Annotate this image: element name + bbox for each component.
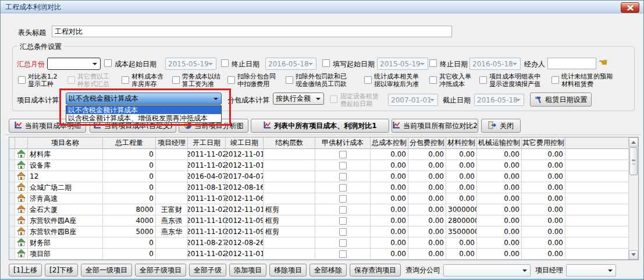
- supplied-material-cell[interactable]: [315, 204, 371, 215]
- agent-input[interactable]: [547, 58, 596, 69]
- fill-start-date[interactable]: 2015-05-19: [377, 58, 428, 70]
- footer-button-1[interactable]: [1]上移: [9, 264, 42, 277]
- column-header-1[interactable]: 项目名称: [28, 137, 103, 149]
- manager-select[interactable]: [566, 264, 616, 277]
- column-header-5[interactable]: 竣工日期: [226, 137, 264, 149]
- dropdown-option-2[interactable]: 以含税金额计算成本、增值税发票再冲抵成本: [66, 114, 221, 122]
- deadline-date[interactable]: 2016-05-18: [474, 94, 524, 106]
- checkbox[interactable]: [429, 76, 437, 84]
- summary-option-4[interactable]: 劳务成本以结算工资为准: [172, 73, 220, 88]
- checkbox[interactable]: [339, 217, 347, 225]
- supplied-material-cell[interactable]: [315, 160, 371, 171]
- column-header-8[interactable]: 总成本控制: [371, 137, 408, 149]
- header-title-input[interactable]: [52, 26, 452, 37]
- footer-button-6[interactable]: 添加项目: [229, 264, 266, 277]
- lease-date-settings-button[interactable]: 租赁日期设置: [530, 93, 592, 107]
- end-date2-checkbox[interactable]: [429, 59, 437, 67]
- fill-start-checkbox[interactable]: [322, 59, 330, 67]
- checkbox[interactable]: [286, 76, 293, 84]
- summary-option-1[interactable]: 对比表1,2显示工种: [18, 73, 58, 88]
- fixed-lease-checkbox[interactable]: [330, 95, 337, 103]
- footer-button-8[interactable]: 全部移除: [309, 264, 347, 277]
- footer-button-3[interactable]: 全部一级项目: [81, 264, 132, 277]
- supplied-material-cell[interactable]: [315, 193, 371, 204]
- cost-start-date[interactable]: 2015-05-19: [165, 58, 216, 70]
- summary-option-9[interactable]: 项目成本明细表中显示进度填报产值: [479, 73, 540, 88]
- fixed-lease-start-date[interactable]: 2007-01-01: [388, 94, 438, 106]
- column-header-12[interactable]: 其它费用控制: [522, 137, 565, 149]
- column-header-7[interactable]: 甲供材计成本: [315, 137, 371, 149]
- supplied-material-cell[interactable]: [315, 182, 371, 193]
- supplied-material-cell[interactable]: [315, 215, 371, 226]
- scroll-thumb[interactable]: [629, 147, 638, 175]
- footer-button-5[interactable]: 全部子级: [189, 264, 226, 277]
- checkbox[interactable]: [552, 76, 559, 84]
- checkbox[interactable]: [364, 76, 372, 84]
- summary-option-6[interactable]: 扣除外包罚款和已现金缴纳员工罚款: [286, 73, 347, 88]
- table-row[interactable]: 众城广场二期02011-08-172012-08-160.000.000.000…: [9, 182, 628, 193]
- table-row[interactable]: 东营软件园A座4000燕东强2011-11-102012-11-09框剪0.00…: [9, 215, 628, 226]
- supplied-material-cell[interactable]: [315, 171, 371, 182]
- column-header-11[interactable]: 机械运输控制: [477, 137, 522, 149]
- pointing-hand-icon[interactable]: ☚: [599, 56, 607, 68]
- column-header-10[interactable]: 材料控制: [446, 137, 477, 149]
- summary-option-10[interactable]: 统计未结算的预期材料租赁费: [552, 73, 613, 88]
- checkbox[interactable]: [339, 239, 347, 247]
- supplied-material-cell[interactable]: [315, 238, 371, 249]
- summary-option-2[interactable]: 其它费以工种形式汇总: [67, 73, 109, 88]
- supplied-material-cell[interactable]: [315, 226, 371, 238]
- summary-option-7[interactable]: 统计成本相关单据以审核后为准: [364, 73, 419, 88]
- footer-button-7[interactable]: 移除项目: [269, 264, 307, 277]
- summary-option-8[interactable]: 其它收入单冲抵成本: [429, 73, 471, 88]
- footer-button-9[interactable]: 保存查询项目: [350, 264, 401, 277]
- checkbox[interactable]: [339, 195, 347, 203]
- checkbox[interactable]: [339, 173, 347, 180]
- supplied-material-cell[interactable]: [315, 149, 371, 160]
- table-vscrollbar[interactable]: [628, 137, 638, 260]
- close-button[interactable]: [621, 2, 639, 13]
- table-row[interactable]: 1202016-04-072017-04-070.000.000.000.000…: [9, 171, 628, 182]
- checkbox[interactable]: [67, 76, 75, 84]
- summary-option-5[interactable]: 扣除分包合同中扣缴费用: [227, 73, 276, 88]
- checkbox[interactable]: [339, 250, 347, 258]
- supplied-material-cell[interactable]: [315, 249, 371, 260]
- table-row[interactable]: 财务部02011-08-272012-08-260.000.000.000.00…: [9, 238, 628, 249]
- toolbar-button-4[interactable]: 列表中所有项目成本、利润对比1: [251, 119, 389, 133]
- end-date1-checkbox[interactable]: [221, 59, 229, 67]
- toolbar-button-6[interactable]: 关闭: [481, 119, 521, 133]
- end-date1[interactable]: 2016-05-18: [265, 58, 316, 70]
- toolbar-button-5[interactable]: 当前项目所有部位对比2: [392, 119, 478, 133]
- table-row[interactable]: 济青高速02011-11-072012-11-060.000.000.000.0…: [9, 193, 628, 204]
- table-row[interactable]: 东营软件园B座5000燕东华2011-11-102012-11-09框剪0.00…: [9, 226, 628, 238]
- checkbox[interactable]: [227, 76, 235, 84]
- branch-select[interactable]: [443, 264, 531, 277]
- cost-start-checkbox[interactable]: [104, 59, 112, 67]
- column-header-9[interactable]: 分包费控制: [408, 137, 446, 149]
- column-header-2[interactable]: 总工程量: [103, 137, 156, 149]
- checkbox[interactable]: [122, 76, 129, 84]
- checkbox[interactable]: [479, 76, 487, 84]
- table-row[interactable]: 金石大厦8000王富财2011-11-022012-11-01框剪0.000.0…: [9, 204, 628, 215]
- scroll-up-button[interactable]: [629, 137, 638, 147]
- dropdown-option-1[interactable]: 以不含税金额计算成本: [66, 106, 221, 114]
- table-row[interactable]: 项目部02011-11-022012-11-010.000.000.000.00…: [9, 249, 628, 260]
- footer-button-2[interactable]: [2]下移: [45, 264, 78, 277]
- end-date2[interactable]: 2016-05-18: [469, 58, 521, 70]
- project-cost-calc-select[interactable]: 以不含税金额计算成本: [66, 93, 222, 105]
- table-row[interactable]: 材料库02011-11-022012-11-010.000.000.000.00…: [9, 149, 628, 160]
- subcontract-calc-select[interactable]: 按执行金额: [273, 93, 324, 105]
- column-header-6[interactable]: 结构层数: [264, 137, 315, 149]
- checkbox[interactable]: [18, 76, 26, 84]
- checkbox[interactable]: [172, 76, 180, 84]
- checkbox[interactable]: [339, 151, 347, 158]
- scroll-down-button[interactable]: [629, 250, 638, 260]
- column-header-3[interactable]: 项目经理: [156, 137, 188, 149]
- checkbox[interactable]: [339, 228, 347, 236]
- table-row[interactable]: 设备库02011-11-022012-11-010.000.000.000.00…: [9, 160, 628, 171]
- footer-button-4[interactable]: 全部子级项目: [135, 264, 186, 277]
- checkbox[interactable]: [339, 162, 347, 169]
- column-header-4[interactable]: 开工日期: [188, 137, 226, 149]
- summary-option-3[interactable]: 材料成本含库房库存: [122, 73, 163, 88]
- checkbox[interactable]: [339, 184, 347, 192]
- month-select[interactable]: [47, 58, 101, 70]
